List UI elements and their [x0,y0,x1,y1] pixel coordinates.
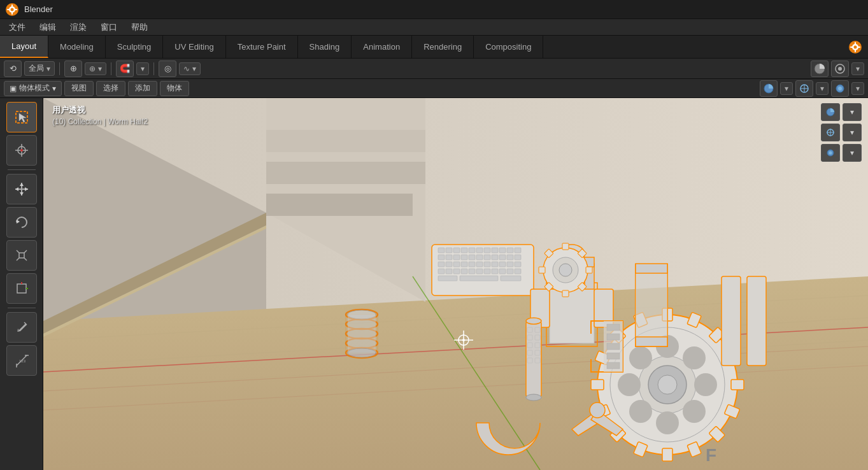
svg-rect-111 [492,262,498,267]
svg-rect-126 [438,276,457,281]
viewport-ctrl-row-2: ▾ [821,124,862,141]
viewport[interactable]: F [43,98,868,470]
blender-icon-button[interactable] [846,38,864,56]
svg-rect-98 [476,255,483,260]
svg-rect-192 [607,324,620,331]
transform-tool-btn[interactable] [6,273,37,304]
svg-rect-60 [266,162,425,184]
snap-icon[interactable]: 🧲 [116,61,134,77]
tab-uv-editing[interactable]: UV Editing [163,36,225,58]
viewport-shading-solid-btn[interactable] [821,103,840,121]
menu-render[interactable]: 渲染 [64,20,93,34]
svg-rect-124 [507,269,513,274]
tab-layout[interactable]: Layout [0,36,48,58]
gizmo-toggle-btn[interactable] [821,144,840,162]
overlay-mode-dropdown[interactable]: ▾ [816,82,829,95]
menu-edit[interactable]: 编辑 [33,20,62,34]
select-menu-btn[interactable]: 选择 [96,81,125,96]
mode-dropdown-arrow-icon: ▾ [52,84,56,93]
mode-selector[interactable]: ▣ 物体模式 ▾ [4,81,62,96]
tab-shading[interactable]: Shading [298,36,352,58]
dropdown-arrow-2-icon: ▾ [98,64,102,73]
transform-orientations-dropdown[interactable]: 全局 ▾ [24,61,55,76]
svg-rect-195 [607,353,620,359]
measure-tool-btn[interactable]: 123 [6,345,37,376]
viewport-ctrl-row-3: ▾ [821,144,862,162]
viewport-overlay-toggle-btn[interactable] [821,124,840,141]
viewport-overlay-dropdown[interactable]: ▾ [851,62,864,75]
svg-rect-95 [453,255,460,260]
viewport-shading-btn[interactable] [811,61,829,77]
menu-file[interactable]: 文件 [3,20,32,34]
svg-rect-123 [499,269,506,274]
tab-animation[interactable]: Animation [352,36,412,58]
toolbar-row: ⟲ 全局 ▾ ⊕ ⊕ ▾ 🧲 ▾ ◎ ∿ ▾ ▾ [0,59,868,79]
cursor-tool-btn[interactable] [6,135,37,166]
svg-point-157 [629,346,652,369]
svg-rect-92 [515,248,521,253]
proportional-edit-icon[interactable]: ◎ [159,61,176,77]
svg-point-154 [683,400,706,423]
select-tool-btn[interactable] [6,102,37,132]
svg-point-151 [618,373,641,396]
viewport-dropdown-btn[interactable]: ▾ [843,103,862,121]
svg-rect-128 [501,276,521,281]
tab-modeling[interactable]: Modeling [48,36,106,58]
shading-mode-dropdown[interactable]: ▾ [780,82,793,95]
svg-point-179 [526,318,541,324]
svg-rect-4 [11,11,13,15]
global-label: 全局 [29,63,44,74]
svg-rect-104 [438,262,445,267]
menu-help[interactable]: 帮助 [125,20,154,34]
svg-rect-3 [11,4,13,8]
pivot-point-icon[interactable]: ⊕ [64,61,82,77]
tab-texture-paint[interactable]: Texture Paint [226,36,298,58]
object-display-btn[interactable] [831,80,849,97]
svg-rect-10 [855,42,856,45]
tab-bar: Layout Modeling Sculpting UV Editing Tex… [0,36,868,59]
tab-compositing[interactable]: Compositing [474,36,543,58]
scale-tool-btn[interactable] [6,240,37,271]
snap-dropdown[interactable]: ▾ [136,62,149,75]
svg-rect-105 [446,262,452,267]
svg-point-150 [694,373,717,396]
tab-sculpting[interactable]: Sculpting [106,36,163,58]
svg-rect-6 [14,9,17,10]
viewport-overlay-btn[interactable] [831,61,849,77]
object-menu-btn[interactable]: 物体 [160,81,189,96]
svg-rect-196 [607,362,620,369]
svg-rect-93 [438,255,445,260]
blender-logo-icon [5,3,19,17]
viewport-info: 用户透视 (10) Collection | Worm Half2 [52,104,148,126]
viewport-shading-mode-btn[interactable] [760,80,778,97]
viewport-overlay-dropdown-btn[interactable]: ▾ [843,124,862,141]
svg-rect-97 [469,255,475,260]
annotate-tool-btn[interactable] [6,312,37,343]
svg-point-9 [854,45,857,48]
svg-rect-75 [348,315,376,353]
overlay-mode-btn[interactable] [795,80,813,97]
object-display-dropdown[interactable]: ▾ [851,82,864,95]
tab-rendering[interactable]: Rendering [412,36,474,58]
svg-point-76 [348,348,376,357]
view-menu-btn[interactable]: 视图 [64,81,94,96]
svg-rect-170 [562,243,569,250]
pivot-point-dropdown[interactable]: ⊕ ▾ [85,62,106,75]
proportional-dropdown[interactable]: ∿ ▾ [179,62,201,75]
rotate-tool-btn[interactable] [6,207,37,238]
add-menu-btn[interactable]: 添加 [128,81,157,96]
menu-window[interactable]: 窗口 [94,20,124,34]
svg-point-133 [658,375,677,394]
move-tool-btn[interactable] [6,174,37,204]
svg-rect-110 [484,262,490,267]
svg-rect-94 [446,255,452,260]
dropdown-arrow-6-icon: ▾ [785,84,788,93]
svg-rect-12 [850,46,853,48]
svg-rect-119 [469,269,475,274]
app-title: Blender [24,4,53,14]
svg-rect-114 [515,262,521,267]
gizmo-dropdown-btn[interactable]: ▾ [843,144,862,162]
transform-orientations-icon[interactable]: ⟲ [4,61,22,77]
wave-icon: ∿ [183,64,190,73]
pivot-icon: ⊕ [89,64,96,73]
